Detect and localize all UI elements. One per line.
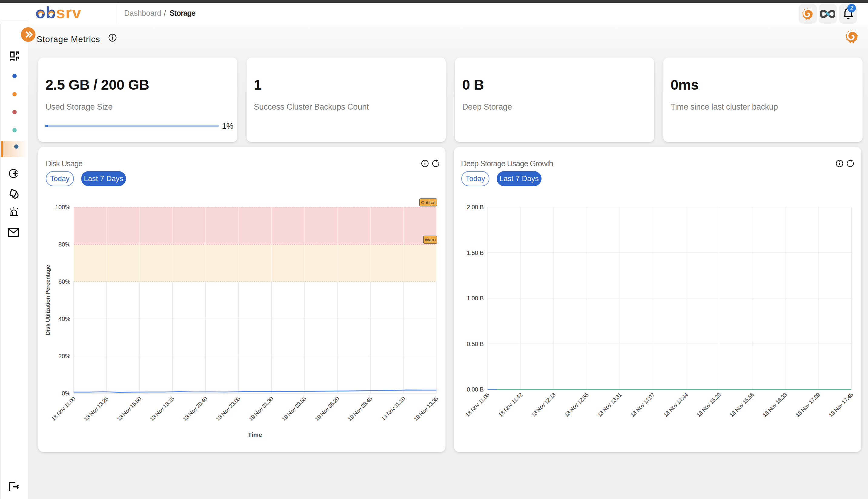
svg-text:18 Nov 11:42: 18 Nov 11:42 — [497, 391, 524, 418]
svg-text:19 Nov 01:30: 19 Nov 01:30 — [248, 395, 275, 422]
svg-text:19 Nov 03:55: 19 Nov 03:55 — [281, 395, 308, 422]
svg-text:100%: 100% — [55, 204, 70, 210]
svg-text:18 Nov 13:31: 18 Nov 13:31 — [596, 391, 623, 418]
svg-text:18 Nov 16:33: 18 Nov 16:33 — [761, 391, 788, 418]
svg-text:18 Nov 17:09: 18 Nov 17:09 — [794, 391, 821, 418]
svg-text:18 Nov 11:00: 18 Nov 11:00 — [50, 395, 77, 422]
svg-text:18 Nov 13:25: 18 Nov 13:25 — [83, 395, 110, 422]
svg-text:18 Nov 18:15: 18 Nov 18:15 — [149, 395, 176, 422]
svg-text:18 Nov 12:18: 18 Nov 12:18 — [530, 391, 557, 418]
svg-text:18 Nov 20:40: 18 Nov 20:40 — [182, 395, 209, 422]
svg-text:18 Nov 23:05: 18 Nov 23:05 — [215, 395, 242, 422]
svg-text:18 Nov 15:20: 18 Nov 15:20 — [695, 391, 722, 418]
svg-text:Warn: Warn — [425, 237, 435, 242]
svg-text:80%: 80% — [59, 241, 71, 248]
svg-text:1.50 B: 1.50 B — [467, 250, 484, 256]
svg-text:1.00 B: 1.00 B — [467, 295, 484, 302]
svg-text:2.00 B: 2.00 B — [467, 204, 484, 210]
svg-text:18 Nov 12:55: 18 Nov 12:55 — [563, 391, 590, 418]
svg-text:40%: 40% — [59, 316, 71, 322]
svg-text:Time: Time — [248, 431, 262, 438]
svg-text:0%: 0% — [62, 390, 71, 397]
svg-text:18 Nov 14:07: 18 Nov 14:07 — [629, 391, 656, 418]
svg-text:19 Nov 11:10: 19 Nov 11:10 — [380, 395, 407, 422]
svg-text:19 Nov 08:45: 19 Nov 08:45 — [347, 395, 374, 422]
svg-text:18 Nov 17:45: 18 Nov 17:45 — [828, 391, 854, 418]
svg-text:20%: 20% — [59, 353, 71, 360]
svg-text:0.00 B: 0.00 B — [467, 386, 484, 393]
svg-text:60%: 60% — [59, 278, 71, 285]
svg-text:19 Nov 13:35: 19 Nov 13:35 — [412, 395, 439, 422]
svg-text:19 Nov 06:20: 19 Nov 06:20 — [314, 395, 341, 422]
svg-text:Critical: Critical — [421, 200, 435, 205]
svg-text:18 Nov 14:44: 18 Nov 14:44 — [662, 391, 689, 418]
svg-text:18 Nov 11:05: 18 Nov 11:05 — [464, 391, 491, 418]
svg-text:18 Nov 15:56: 18 Nov 15:56 — [728, 391, 755, 418]
svg-text:0.50 B: 0.50 B — [467, 341, 484, 347]
svg-text:Disk Utilization Percentage: Disk Utilization Percentage — [45, 265, 51, 335]
svg-text:18 Nov 15:50: 18 Nov 15:50 — [116, 395, 143, 422]
